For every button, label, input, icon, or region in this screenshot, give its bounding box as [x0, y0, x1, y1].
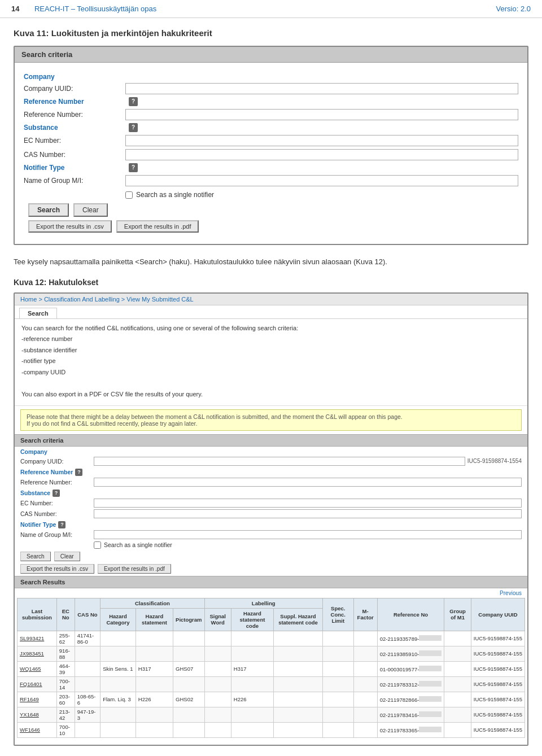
cell-ec-no: 464-39: [56, 661, 75, 676]
cell-hazard-cat: [100, 646, 136, 661]
rs-refnum-input[interactable]: [94, 478, 522, 487]
cell-spec: [322, 692, 353, 707]
clear-button[interactable]: Clear: [73, 203, 108, 217]
search-button[interactable]: Search: [28, 203, 69, 217]
rs-cas-input[interactable]: [94, 509, 522, 518]
cell-last-submission[interactable]: RF1649: [18, 692, 57, 707]
rs-results-header: Search Results: [15, 576, 527, 588]
name-group-input[interactable]: [125, 175, 518, 186]
redacted-bar: [419, 711, 442, 717]
cell-signal: [204, 722, 231, 737]
cell-mfactor: [353, 722, 377, 737]
search-criteria-box: Search criteria Company Company UUID: Re…: [14, 46, 528, 245]
rs-ec-input[interactable]: [94, 499, 522, 508]
cell-suppl: [274, 661, 323, 676]
single-notifier-checkbox[interactable]: [125, 191, 133, 199]
rs-export-csv-button[interactable]: Export the results in .csv: [20, 564, 94, 574]
cell-compuuid: IUC5-91598874-155: [471, 676, 524, 692]
cell-last-submission[interactable]: WQ1465: [18, 661, 57, 676]
cell-spec: [322, 676, 353, 692]
cell-cas-no: [75, 722, 100, 737]
cell-last-submission[interactable]: YX1648: [18, 707, 57, 722]
cell-hazard-cat: [100, 676, 136, 692]
figure12-heading: Kuva 12: Hakutulokset: [14, 278, 528, 287]
ec-number-input[interactable]: [125, 135, 518, 146]
cell-compuuid: IUC5-91598874-155: [471, 722, 524, 737]
cell-groupm1: [444, 631, 471, 646]
cell-cas-no: [75, 646, 100, 661]
previous-label[interactable]: Previous: [500, 590, 522, 596]
cell-hazard-cat: [100, 722, 136, 737]
reference-number-row: Reference Number:: [24, 109, 518, 120]
cell-cas-no: 41741-86-0: [75, 631, 100, 646]
cell-suppl: [274, 631, 323, 646]
rs-search-button[interactable]: Search: [20, 552, 51, 561]
rs-clear-button[interactable]: Clear: [54, 552, 80, 561]
cell-groupm1: [444, 722, 471, 737]
name-group-row: Name of Group M/I:: [24, 175, 518, 186]
table-row: SL993421 255-62 41741-86-0 02-2119335789…: [18, 631, 525, 646]
export-csv-button[interactable]: Export the results in .csv: [28, 220, 112, 233]
cell-refno: 02-2119782866-: [377, 692, 444, 707]
rs-notice: Please note that there might be a delay …: [20, 409, 522, 431]
cell-groupm1: [444, 646, 471, 661]
rs-namegroup-input[interactable]: [94, 530, 522, 539]
cell-hcode: H317: [231, 661, 273, 676]
rs-notifiertype-help-icon[interactable]: ?: [58, 521, 65, 528]
reference-number-help-icon[interactable]: ?: [129, 97, 138, 106]
rs-ec-row: EC Number:: [20, 499, 522, 508]
company-uuid-input[interactable]: [125, 83, 518, 94]
cell-spec: [322, 722, 353, 737]
col-m-factor: M-Factor: [353, 598, 377, 631]
search-tab[interactable]: Search: [19, 308, 57, 318]
cell-last-submission[interactable]: FQ16401: [18, 676, 57, 692]
cas-number-input[interactable]: [125, 149, 518, 160]
cell-hcode: H226: [231, 692, 273, 707]
cell-hcode: [231, 676, 273, 692]
cell-ec-no: 916-88: [56, 646, 75, 661]
cell-suppl: [274, 646, 323, 661]
cell-cas-no: [75, 676, 100, 692]
table-row: FQ16401 700-14 02-2119783312- IUC5: [18, 676, 525, 692]
rs-single-notifier-row: Search as a single notifier: [94, 541, 522, 549]
version-label: Versio: 2.0: [496, 5, 531, 13]
cell-last-submission[interactable]: JX983451: [18, 646, 57, 661]
table-row: WF1646 700-10 02-2119783365- IUC5-: [18, 722, 525, 737]
table-row: RF1649 203-60 108-65-6 Flam. Liq. 3 H226…: [18, 692, 525, 707]
rs-substance-help-icon[interactable]: ?: [53, 490, 60, 497]
cell-hazard-stmt: [136, 676, 173, 692]
cell-mfactor: [353, 692, 377, 707]
cell-last-submission[interactable]: SL993421: [18, 631, 57, 646]
company-uuid-row: Company UUID:: [24, 83, 518, 94]
cell-ec-no: 203-60: [56, 692, 75, 707]
cell-last-submission[interactable]: WF1646: [18, 722, 57, 737]
cell-hcode: [231, 707, 273, 722]
rs-export-pdf-button[interactable]: Export the results in .pdf: [98, 564, 171, 574]
rs-single-notifier-checkbox[interactable]: [94, 541, 101, 549]
info-line-2: -substance identifier: [21, 346, 521, 356]
rs-namegroup-row: Name of Group M/I:: [20, 530, 522, 539]
rs-company-uuid-input[interactable]: [94, 457, 465, 466]
main-content: Kuva 11: Luokitusten ja merkintöjen haku…: [0, 18, 542, 756]
notifier-type-help-icon[interactable]: ?: [129, 163, 138, 172]
export-pdf-button[interactable]: Export the results in .pdf: [116, 220, 199, 233]
cell-refno: 01-0003019577-: [377, 661, 444, 676]
redacted-bar: [419, 727, 442, 732]
cell-signal: [204, 707, 231, 722]
breadcrumb: Home > Classification And Labelling > Vi…: [15, 294, 527, 305]
rs-company-uuid-label: Company UUID:: [20, 458, 94, 465]
reference-number-input[interactable]: [125, 109, 518, 120]
col-hazard-code: Hazard statement code: [231, 608, 273, 631]
col-cas-no: CAS No: [75, 598, 100, 631]
header-left: 14 REACH-IT – Teollisuuskäyttäjän opas: [11, 5, 156, 13]
cell-compuuid: IUC5-91598874-155: [471, 631, 524, 646]
rs-notifiertype-label: Notifier Type: [20, 521, 56, 528]
substance-help-icon[interactable]: ?: [129, 123, 138, 132]
cell-pictogram: [173, 631, 204, 646]
export-row: Export the results in .csv Export the re…: [24, 220, 518, 233]
col-ec-no: EC No: [56, 598, 75, 631]
col-suppl-hazard: Suppl. Hazard statement code: [274, 608, 323, 631]
rs-refnum-help-icon[interactable]: ?: [75, 469, 82, 476]
notifier-type-section-label: Notifier Type: [24, 164, 125, 172]
company-uuid-label: Company UUID:: [24, 85, 125, 93]
